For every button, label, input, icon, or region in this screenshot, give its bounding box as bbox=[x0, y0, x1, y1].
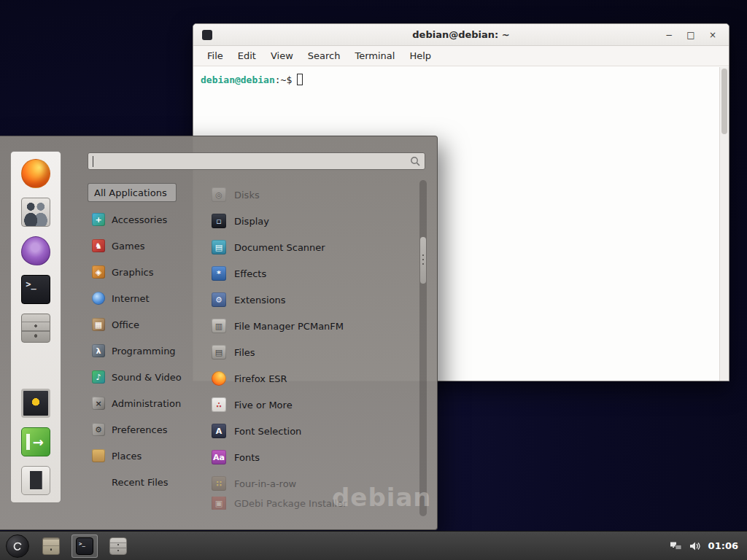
category-games[interactable]: ♞ Games bbox=[88, 233, 196, 259]
menu-file[interactable]: File bbox=[201, 48, 230, 63]
taskbar-file-manager[interactable] bbox=[38, 534, 64, 558]
category-label: Administration bbox=[112, 398, 181, 409]
application-label: Font Selection bbox=[234, 426, 301, 437]
category-all-applications[interactable]: All Applications bbox=[88, 183, 177, 202]
app-effects[interactable]: * Effects bbox=[212, 260, 409, 287]
terminal-icon bbox=[76, 537, 93, 555]
app-display[interactable]: ▫ Display bbox=[212, 208, 409, 234]
taskbar-files[interactable] bbox=[105, 534, 131, 558]
category-recent-files[interactable]: Recent Files bbox=[88, 469, 196, 495]
shutdown-icon bbox=[21, 466, 50, 495]
application-label: Five or More bbox=[234, 400, 293, 411]
maximize-button[interactable]: □ bbox=[685, 29, 697, 41]
display-icon: ▫ bbox=[212, 214, 226, 228]
users-launcher[interactable] bbox=[21, 198, 50, 227]
close-button[interactable]: × bbox=[707, 29, 719, 41]
category-label: Sound & Video bbox=[112, 372, 182, 383]
menu-button[interactable] bbox=[6, 534, 29, 558]
users-icon bbox=[21, 198, 50, 227]
category-office[interactable]: ▦ Office bbox=[88, 311, 196, 338]
application-label: Extensions bbox=[234, 295, 286, 306]
effects-icon: * bbox=[212, 266, 226, 281]
menu-search[interactable]: Search bbox=[301, 48, 347, 63]
category-sound-video[interactable]: ♪ Sound & Video bbox=[88, 364, 196, 390]
app-fonts[interactable]: Aa Fonts bbox=[212, 444, 409, 470]
applications-list: ◎ Disks ▫ Display ▤ Document Scanner bbox=[196, 179, 428, 522]
clock: 01:06 bbox=[708, 540, 738, 551]
application-menu: All Applications + Accessories ♞ Games bbox=[0, 136, 438, 530]
app-four-in-a-row[interactable]: ∷ Four-in-a-row bbox=[212, 470, 409, 497]
file-manager-launcher[interactable] bbox=[21, 314, 50, 343]
category-graphics[interactable]: ◈ Graphics bbox=[88, 259, 196, 285]
taskbar-apps bbox=[38, 534, 131, 558]
categories-list: All Applications + Accessories ♞ Games bbox=[73, 179, 196, 522]
graphics-icon: ◈ bbox=[92, 265, 105, 279]
search-input[interactable] bbox=[88, 153, 425, 169]
menu-edit[interactable]: Edit bbox=[231, 48, 263, 63]
firefox-icon bbox=[212, 371, 226, 386]
app-file-manager-pcmanfm[interactable]: ▥ File Manager PCManFM bbox=[212, 313, 409, 339]
pidgin-launcher[interactable] bbox=[21, 236, 50, 265]
category-internet[interactable]: Internet bbox=[88, 285, 196, 311]
prompt-suffix: :~$ bbox=[275, 74, 292, 85]
disks-icon: ◎ bbox=[212, 187, 226, 202]
category-preferences[interactable]: ⚙ Preferences bbox=[88, 416, 196, 443]
app-document-scanner[interactable]: ▤ Document Scanner bbox=[212, 234, 409, 260]
menu-terminal[interactable]: Terminal bbox=[348, 48, 401, 63]
category-label: Games bbox=[112, 241, 144, 252]
menu-help[interactable]: Help bbox=[403, 48, 438, 63]
menu-view[interactable]: View bbox=[264, 48, 300, 63]
screensaver-launcher[interactable] bbox=[21, 389, 50, 418]
preferences-icon: ⚙ bbox=[92, 423, 105, 436]
document-scanner-icon: ▤ bbox=[212, 240, 226, 254]
terminal-prompt: debian@debian:~$ bbox=[193, 67, 729, 92]
app-firefox-esr[interactable]: Firefox ESR bbox=[212, 365, 409, 392]
four-in-a-row-icon: ∷ bbox=[212, 476, 226, 491]
programming-icon: λ bbox=[92, 344, 105, 357]
volume-icon[interactable] bbox=[689, 541, 701, 551]
category-label: Accessories bbox=[112, 214, 167, 225]
terminal-scrollbar-thumb[interactable] bbox=[721, 69, 727, 134]
applications-scrollbar-thumb[interactable] bbox=[420, 237, 426, 284]
category-accessories[interactable]: + Accessories bbox=[88, 206, 196, 233]
application-label: Files bbox=[234, 347, 255, 358]
app-font-selection[interactable]: A Font Selection bbox=[212, 418, 409, 444]
places-icon bbox=[92, 449, 105, 462]
logout-icon bbox=[21, 427, 50, 456]
app-disks[interactable]: ◎ Disks bbox=[212, 182, 409, 208]
firefox-launcher[interactable] bbox=[21, 159, 50, 188]
file-manager-pcmanfm-icon: ▥ bbox=[212, 319, 226, 333]
network-icon[interactable] bbox=[670, 541, 682, 551]
screensaver-icon bbox=[21, 389, 50, 418]
category-label: Preferences bbox=[112, 424, 167, 435]
accessories-icon: + bbox=[92, 213, 105, 226]
drawer-icon bbox=[42, 537, 60, 555]
category-label: Internet bbox=[112, 293, 150, 304]
lock-screen-button[interactable] bbox=[21, 466, 50, 495]
files-icon: ▤ bbox=[212, 345, 226, 359]
logout-button[interactable] bbox=[21, 427, 50, 456]
application-label: Four-in-a-row bbox=[234, 478, 296, 489]
category-places[interactable]: Places bbox=[88, 443, 196, 469]
application-label: Effects bbox=[234, 268, 266, 279]
debian-swirl-icon bbox=[10, 539, 25, 553]
terminal-scrollbar[interactable] bbox=[719, 67, 729, 381]
category-programming[interactable]: λ Programming bbox=[88, 338, 196, 364]
app-files[interactable]: ▤ Files bbox=[212, 339, 409, 365]
terminal-menubar: File Edit View Search Terminal Help bbox=[193, 46, 729, 66]
category-administration[interactable]: × Administration bbox=[88, 390, 196, 416]
category-label: Graphics bbox=[112, 267, 153, 278]
applications-scrollbar[interactable] bbox=[419, 180, 427, 516]
app-five-or-more[interactable]: ∴ Five or More bbox=[212, 392, 409, 418]
terminal-launcher[interactable] bbox=[21, 275, 50, 304]
terminal-window-icon bbox=[202, 30, 212, 40]
terminal-titlebar[interactable]: debian@debian: ~ − □ × bbox=[193, 24, 729, 46]
internet-icon bbox=[92, 292, 105, 305]
terminal-icon bbox=[21, 275, 50, 304]
taskbar-terminal[interactable] bbox=[71, 534, 98, 558]
minimize-button[interactable]: − bbox=[663, 29, 675, 41]
app-extensions[interactable]: ⚙ Extensions bbox=[212, 287, 409, 313]
application-label: Disks bbox=[234, 190, 260, 201]
application-label: Document Scanner bbox=[234, 242, 325, 253]
app-gdebi-package-installer[interactable]: ▣ GDebi Package Installer bbox=[212, 497, 409, 510]
